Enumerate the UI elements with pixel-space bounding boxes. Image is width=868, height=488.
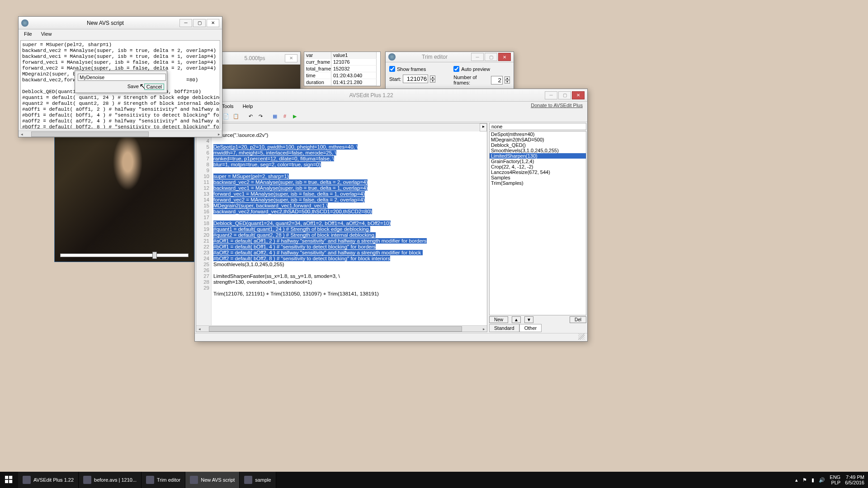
tray-up-icon[interactable]: ▴ <box>795 477 798 483</box>
info-k0: curr_frame <box>304 59 331 66</box>
side-tab-other[interactable]: Other <box>519 324 542 332</box>
tb-paste-icon[interactable]: 📋 <box>232 112 240 120</box>
tray-net-icon[interactable]: ▮ <box>811 477 814 483</box>
avsedit-min[interactable]: ─ <box>545 91 557 99</box>
tb-hash-icon[interactable]: # <box>281 112 289 120</box>
tray-flag-icon[interactable]: ⚑ <box>802 477 807 483</box>
auto-preview-checkbox[interactable]: Auto preview <box>453 66 510 72</box>
avsedit-close[interactable]: ✕ <box>572 91 585 99</box>
side-list-item[interactable]: MDegrain2(thSAD=500) <box>490 137 586 142</box>
side-list-item[interactable]: Lanczos4Resize(672, 544) <box>490 169 586 175</box>
fps-title: 5.000fps <box>225 55 285 61</box>
fps-close[interactable]: ✕ <box>285 54 297 62</box>
taskbar: AVSEdit Plus 1.22before.avs | 1210...Tri… <box>0 472 868 488</box>
tray-lang[interactable]: ENG PLP <box>830 474 840 485</box>
show-frames-checkbox[interactable]: Show frames <box>389 66 435 72</box>
side-head[interactable]: none <box>489 123 586 130</box>
trim-icon <box>388 53 396 61</box>
newavs-hscroll[interactable]: ◂▸ <box>19 131 222 137</box>
taskbar-item[interactable]: AVSEdit Plus 1.22 <box>18 472 79 488</box>
side-list[interactable]: DeSpot(mthres=40)MDegrain2(thSAD=500)Deb… <box>489 131 586 315</box>
app-icon <box>83 476 91 484</box>
side-up-button[interactable]: ▲ <box>512 316 521 323</box>
info-v1: 152032 <box>331 66 377 72</box>
nframes-input[interactable] <box>491 76 503 84</box>
save-name-input[interactable] <box>78 74 166 81</box>
app-icon <box>23 476 31 484</box>
trim-title: Trim editor <box>398 54 471 60</box>
start-input[interactable] <box>403 75 428 83</box>
tb-undo-icon[interactable]: ↶ <box>246 112 255 120</box>
newavs-min[interactable]: ─ <box>179 19 192 27</box>
donate-link[interactable]: Donate to AVSEdit Plus <box>531 103 583 108</box>
taskbar-item[interactable]: Trim editor <box>142 472 185 488</box>
info-k2: time <box>304 72 331 79</box>
dialog-save-button[interactable]: Save <box>127 84 139 90</box>
side-list-item[interactable]: Crop(22, 4, -12, -2) <box>490 164 586 169</box>
nframes-spin-down[interactable]: ▼ <box>505 80 510 84</box>
avsedit-toolbar: 💾 ✂ 📄 📋 ↶ ↷ ▦ # ▶ <box>195 111 587 122</box>
nframes-spin-up[interactable]: ▲ <box>505 76 510 80</box>
resize-grip[interactable] <box>578 333 585 340</box>
nframes-label: Number of frames: <box>453 75 489 85</box>
dialog-cancel-button[interactable]: Cancel <box>144 84 164 90</box>
newavs-title: New AVS script <box>31 20 179 26</box>
tray-vol-icon[interactable]: 🔊 <box>819 477 825 483</box>
svg-rect-0 <box>5 476 8 479</box>
info-hdr-val: value1 <box>331 52 377 59</box>
taskbar-item[interactable]: before.avs | 1210... <box>79 472 142 488</box>
side-list-item[interactable]: Samples <box>490 175 586 180</box>
tab-scroll[interactable]: ▸ <box>480 123 487 131</box>
avsedit-max[interactable]: ▢ <box>558 91 571 99</box>
info-k3: duration <box>304 79 331 86</box>
side-tab-standard[interactable]: Standard <box>489 324 519 332</box>
trim-editor-window: Trim editor ─ ▢ ✕ Show frames Start: ▲▼ … <box>385 52 514 89</box>
tb-grid-icon[interactable]: ▦ <box>271 112 279 120</box>
info-v3: 01:41:21.280 <box>331 79 377 86</box>
newavs-menu-view[interactable]: View <box>38 30 55 38</box>
side-list-item[interactable]: GrainFactory(1,2,4) <box>490 159 586 164</box>
tb-copy-icon[interactable]: 📄 <box>222 112 230 120</box>
side-down-button[interactable]: ▼ <box>524 316 533 323</box>
editor-hscroll[interactable]: ◂▸ <box>196 325 487 332</box>
side-list-item[interactable]: DeSpot(mthres=40) <box>490 131 586 137</box>
side-list-item[interactable]: LimitedSharpen(130) <box>490 153 586 159</box>
newavs-close[interactable]: ✕ <box>207 19 219 27</box>
save-name-dialog: Save Cancel <box>75 70 167 93</box>
editor-pane: *new2 ▸ 34567891011121314151617181920212… <box>196 123 487 332</box>
side-del-button[interactable]: Del <box>570 316 586 323</box>
avsedit-window: AVSEdit Plus 1.22 ─ ▢ ✕ Video Tools Help… <box>194 89 588 342</box>
newavs-menu-file[interactable]: File <box>21 30 35 38</box>
start-spin-down[interactable]: ▼ <box>430 79 435 83</box>
tb-redo-icon[interactable]: ↷ <box>256 112 264 120</box>
start-label: Start: <box>389 76 401 82</box>
info-table: var value1 curr_frame121076 total_frame1… <box>304 52 381 86</box>
svg-rect-3 <box>9 480 12 483</box>
frame-slider-thumb[interactable] <box>152 252 157 259</box>
side-list-item[interactable]: Trim(Samples) <box>490 180 586 186</box>
frame-slider-track[interactable] <box>60 253 189 257</box>
taskbar-item[interactable]: sample <box>240 472 276 488</box>
avsedit-menubar: Video Tools Help <box>195 102 587 111</box>
side-list-item[interactable]: Smoothlevels(3,1.0,245,0,255) <box>490 148 586 153</box>
fps-window: 5.000fps ✕ <box>222 52 301 92</box>
start-spin-up[interactable]: ▲ <box>430 75 435 79</box>
side-pane: none DeSpot(mthres=40)MDegrain2(thSAD=50… <box>489 123 586 332</box>
side-new-button[interactable]: New <box>489 316 508 323</box>
info-hdr-var: var <box>304 52 331 59</box>
start-button[interactable] <box>0 472 18 488</box>
taskbar-item[interactable]: New AVS script <box>185 472 240 488</box>
trim-min[interactable]: ─ <box>471 53 484 61</box>
menu-help[interactable]: Help <box>240 103 256 110</box>
newavs-max[interactable]: ▢ <box>193 19 206 27</box>
tb-play-icon[interactable]: ▶ <box>291 112 299 120</box>
info-v2: 01:20:43.040 <box>331 72 377 79</box>
side-list-item[interactable]: Deblock_QED() <box>490 142 586 148</box>
code-editor[interactable]: 2Source(".\source.d2v") DeSpot(p1=20, p2… <box>212 131 487 325</box>
trim-max[interactable]: ▢ <box>485 53 497 61</box>
tray-clock[interactable]: 7:49 PM 6/5/2016 <box>845 474 864 485</box>
system-tray[interactable]: ▴ ⚑ ▮ 🔊 ENG PLP 7:49 PM 6/5/2016 <box>792 474 868 485</box>
trim-close[interactable]: ✕ <box>498 53 511 61</box>
svg-rect-1 <box>9 476 12 479</box>
info-k1: total_frame <box>304 66 331 72</box>
